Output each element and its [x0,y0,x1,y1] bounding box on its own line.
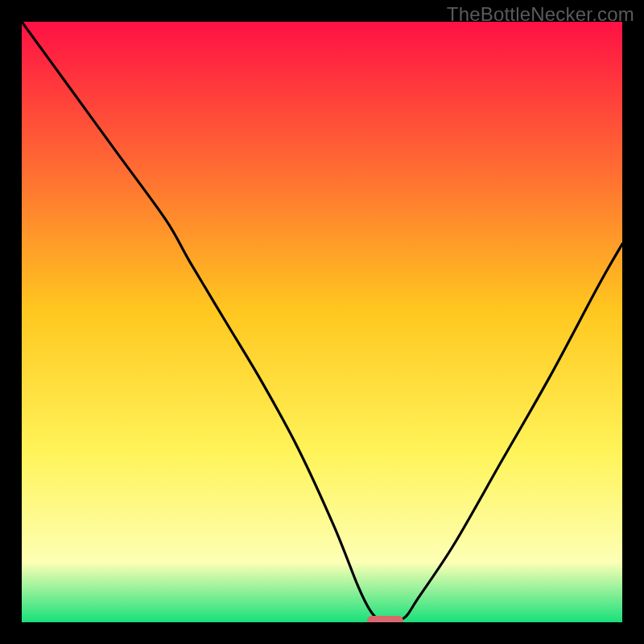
plot-svg [22,22,622,622]
chart-frame: TheBottleNecker.com [0,0,644,644]
watermark-text: TheBottleNecker.com [447,3,634,26]
optimal-marker [367,616,403,622]
plot-area [22,22,622,622]
gradient-background [22,22,622,622]
